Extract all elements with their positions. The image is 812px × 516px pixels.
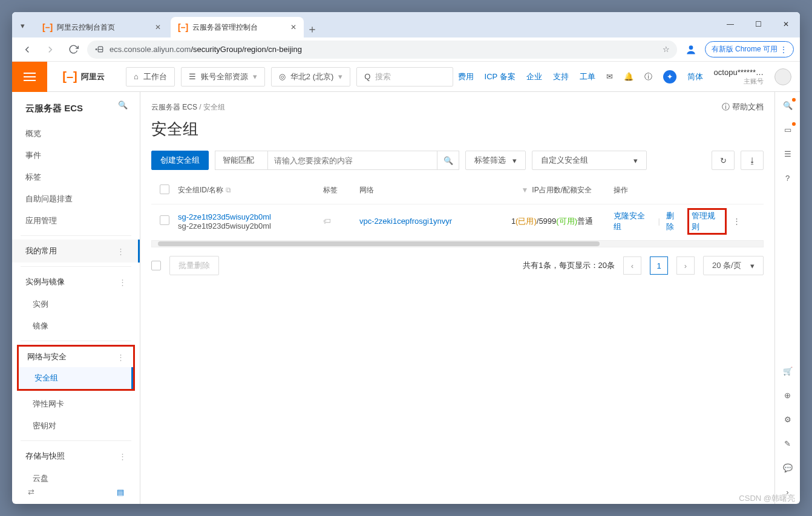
horizontal-scrollbar[interactable] [151, 240, 764, 247]
refresh-button[interactable]: ↻ [712, 151, 735, 170]
nav-favorites-header[interactable]: 我的常用⋮ [12, 240, 140, 263]
create-sg-button[interactable]: 创建安全组 [151, 151, 209, 170]
new-tab-button[interactable]: ＋ [304, 21, 321, 38]
crumb-root[interactable]: 云服务器 ECS [151, 103, 197, 111]
maximize-button[interactable]: ☐ [744, 12, 772, 36]
pager-next[interactable]: › [676, 256, 695, 275]
action-delete[interactable]: 删除 [666, 211, 681, 232]
vpc-link[interactable]: vpc-2zeki1cepfrosgi1ynvyr [359, 217, 474, 226]
browser-tab-2[interactable]: [–] 云服务器管理控制台 ✕ [171, 17, 304, 38]
nav-security-group[interactable]: 安全组 [19, 367, 133, 389]
rail-cloud-icon[interactable]: ⊕ [782, 389, 794, 401]
tab-title: 阿里云控制台首页 [57, 22, 115, 33]
export-button[interactable]: ⭳ [741, 151, 764, 170]
nav-self-diagnose[interactable]: 自助问题排查 [12, 188, 140, 210]
app-launcher-icon[interactable]: ✦ [663, 70, 676, 83]
rail-cart-icon[interactable]: 🛒 [782, 365, 794, 377]
pager-prev[interactable]: ‹ [623, 256, 641, 275]
messages-icon[interactable]: ✉ [606, 72, 613, 81]
tag-icon[interactable]: 🏷 [323, 217, 331, 226]
browser-window: ▾ [–] 阿里云控制台首页 ✕ [–] 云服务器管理控制台 ✕ ＋ ― ☐ ✕… [12, 12, 800, 504]
row-more-icon[interactable]: ⋮ [733, 217, 741, 226]
nav-keypair[interactable]: 密钥对 [12, 415, 140, 437]
close-tab-icon[interactable]: ✕ [155, 23, 161, 31]
copy-icon[interactable]: ⧉ [226, 186, 231, 194]
nav-sec-storage[interactable]: 存储与快照⋮ [12, 445, 140, 468]
row-checkbox[interactable] [160, 215, 169, 225]
browser-tab-1[interactable]: [–] 阿里云控制台首页 ✕ [35, 17, 168, 38]
nav-instance[interactable]: 实例 [12, 293, 140, 315]
user-name[interactable]: octopu******… [714, 68, 764, 77]
sidenav-search-icon[interactable]: 🔍 [118, 100, 128, 109]
notes-icon[interactable]: ▤ [117, 488, 124, 497]
filter-icon[interactable]: ▼ [521, 186, 528, 194]
chrome-update-chip[interactable]: 有新版 Chrome 可用 ⋮ [705, 41, 794, 57]
rail-notes-icon[interactable]: ☰ [782, 148, 794, 160]
search-button[interactable]: 🔍 [437, 151, 459, 170]
batch-delete-button[interactable]: 批量删除 [169, 256, 219, 275]
bookmark-icon[interactable]: ☆ [663, 45, 670, 54]
nav-sec-instance[interactable]: 实例与镜像⋮ [12, 270, 140, 293]
watermark: CSDN @韩曙亮 [739, 493, 795, 504]
table-row: sg-2ze1t923d5wisuy2b0ml sg-2ze1t923d5wis… [151, 204, 764, 238]
notifications-icon[interactable]: 🔔 [624, 72, 634, 81]
action-manage-rules[interactable]: 管理规则 [692, 211, 715, 231]
nav-overview[interactable]: 概览 [12, 123, 140, 145]
help-icon[interactable]: ⓘ [644, 71, 652, 82]
language-switch[interactable]: 简体 [687, 71, 703, 82]
sg-id-link[interactable]: sg-2ze1t923d5wisuy2b0ml [178, 212, 323, 221]
select-all-checkbox[interactable] [160, 185, 169, 194]
reload-button[interactable] [64, 41, 82, 59]
rail-search-icon[interactable]: 🔍 [782, 99, 794, 111]
rail-edit-icon[interactable]: ✎ [782, 437, 794, 449]
nav-tags[interactable]: 标签 [12, 166, 140, 188]
page-size-select[interactable]: 20 条/页▾ [703, 256, 764, 275]
nav-icp[interactable]: ICP 备案 [485, 71, 516, 82]
nav-enterprise[interactable]: 企业 [526, 71, 542, 82]
search-type-select[interactable]: 智能匹配 [215, 151, 268, 170]
tag-filter-select[interactable]: 标签筛选▾ [465, 151, 526, 170]
nav-sec-network[interactable]: 网络与安全⋮ [19, 347, 133, 367]
rail-help-icon[interactable]: ? [782, 172, 794, 184]
right-rail: 🔍 ▭ ☰ ? 🛒 ⊕ ⚙ ✎ 💬 › [774, 92, 800, 504]
rail-chat-icon[interactable]: 💬 [782, 462, 794, 474]
favicon-icon: [–] [178, 22, 188, 32]
table-header: 安全组ID/名称 ⧉ 标签 网络 ▼IP占用数/配额 安全 操作 [151, 176, 764, 204]
close-tab-icon[interactable]: ✕ [290, 23, 296, 31]
rail-settings-icon[interactable]: ⚙ [782, 413, 794, 425]
nav-events[interactable]: 事件 [12, 145, 140, 166]
nav-fee[interactable]: 费用 [458, 71, 474, 82]
action-clone[interactable]: 克隆安全组 [614, 211, 652, 232]
back-button[interactable] [18, 41, 36, 59]
menu-toggle-button[interactable] [12, 62, 47, 92]
forward-button[interactable] [41, 41, 59, 59]
select-all-page[interactable] [151, 261, 161, 270]
rail-book-icon[interactable]: ▭ [782, 123, 794, 136]
help-doc-link[interactable]: ⓘ 帮助文档 [722, 102, 764, 113]
sg-type: 普通 [577, 216, 614, 227]
nav-app-manage[interactable]: 应用管理 [12, 210, 140, 232]
avatar[interactable] [774, 68, 791, 85]
search-input[interactable] [268, 151, 437, 170]
nav-image[interactable]: 镜像 [12, 315, 140, 337]
workbench-link[interactable]: ⌂ 工作台 [126, 67, 175, 87]
close-button[interactable]: ✕ [772, 12, 800, 36]
nav-eni[interactable]: 弹性网卡 [12, 393, 140, 415]
omnibox[interactable]: ecs.console.aliyun.com/securityGroup/reg… [87, 41, 677, 59]
collapse-icon[interactable]: ⇄ [28, 488, 34, 497]
region-select[interactable]: ◎ 华北2 (北京) ▾ [271, 67, 351, 87]
tabs-dropdown-icon[interactable]: ▾ [12, 13, 33, 38]
pager-page-1[interactable]: 1 [650, 256, 668, 275]
profile-icon[interactable] [682, 41, 700, 59]
brand-logo[interactable]: [–]阿里云 [47, 70, 120, 83]
url-bar: ecs.console.aliyun.com/securityGroup/reg… [12, 38, 800, 62]
nav-support[interactable]: 支持 [553, 71, 569, 82]
sg-type-select[interactable]: 自定义安全组▾ [532, 151, 647, 170]
nav-ticket[interactable]: 工单 [580, 71, 595, 82]
minimize-button[interactable]: ― [716, 12, 744, 36]
account-scope-select[interactable]: ☰ 账号全部资源 ▾ [181, 67, 265, 87]
search-group: 智能匹配 🔍 [215, 151, 459, 170]
col-id: 安全组ID/名称 ⧉ [178, 185, 323, 195]
svg-point-0 [96, 49, 97, 50]
global-search[interactable]: Q 搜索 [356, 67, 453, 87]
